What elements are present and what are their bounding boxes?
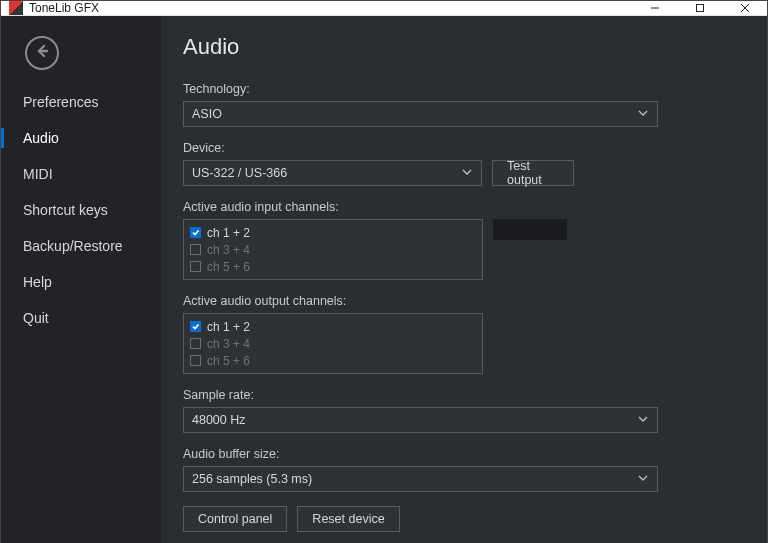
device-select[interactable]: US-322 / US-366 xyxy=(183,160,482,186)
output-channels-group: Active audio output channels: ch 1 + 2 c… xyxy=(183,294,737,374)
chevron-down-icon xyxy=(637,413,649,428)
sidebar-item-label: MIDI xyxy=(23,166,53,182)
device-row-group: Device: US-322 / US-366 Test output xyxy=(183,141,737,186)
sidebar-nav: Preferences Audio MIDI Shortcut keys Bac… xyxy=(1,84,161,336)
checkbox-unchecked-icon xyxy=(190,355,201,366)
sidebar-item-label: Preferences xyxy=(23,94,98,110)
buffer-size-row: Audio buffer size: 256 samples (5.3 ms) xyxy=(183,447,737,492)
input-channel-label: ch 3 + 4 xyxy=(207,243,250,257)
window-controls xyxy=(632,1,767,15)
device-value: US-322 / US-366 xyxy=(192,166,287,180)
checkbox-unchecked-icon xyxy=(190,338,201,349)
input-channel-item[interactable]: ch 1 + 2 xyxy=(184,224,482,241)
sidebar-item-backup-restore[interactable]: Backup/Restore xyxy=(1,228,161,264)
chevron-down-icon xyxy=(637,107,649,122)
sidebar-item-preferences[interactable]: Preferences xyxy=(1,84,161,120)
input-channels-group: Active audio input channels: ch 1 + 2 ch… xyxy=(183,200,737,280)
sidebar-item-shortcut-keys[interactable]: Shortcut keys xyxy=(1,192,161,228)
test-output-button[interactable]: Test output xyxy=(492,160,574,186)
buffer-size-label: Audio buffer size: xyxy=(183,447,737,461)
control-panel-label: Control panel xyxy=(198,512,272,526)
sample-rate-row: Sample rate: 48000 Hz xyxy=(183,388,737,433)
input-channel-item[interactable]: ch 3 + 4 xyxy=(184,241,482,258)
output-channel-label: ch 1 + 2 xyxy=(207,320,250,334)
sidebar: Preferences Audio MIDI Shortcut keys Bac… xyxy=(1,16,161,543)
main-content: Audio Technology: ASIO Device: US-322 / … xyxy=(161,16,767,543)
page-title: Audio xyxy=(183,34,737,60)
output-channel-item[interactable]: ch 5 + 6 xyxy=(184,352,482,369)
input-channel-label: ch 5 + 6 xyxy=(207,260,250,274)
back-arrow-icon xyxy=(34,43,50,63)
chevron-down-icon xyxy=(461,166,473,181)
sidebar-item-help[interactable]: Help xyxy=(1,264,161,300)
titlebar: ToneLib GFX xyxy=(1,1,767,16)
sidebar-item-midi[interactable]: MIDI xyxy=(1,156,161,192)
action-buttons-row: Control panel Reset device xyxy=(183,506,737,532)
checkbox-checked-icon xyxy=(190,321,201,332)
maximize-button[interactable] xyxy=(677,1,722,15)
output-channels-listbox: ch 1 + 2 ch 3 + 4 ch 5 + 6 xyxy=(183,313,483,374)
technology-label: Technology: xyxy=(183,82,737,96)
sidebar-item-label: Shortcut keys xyxy=(23,202,108,218)
output-channel-item[interactable]: ch 3 + 4 xyxy=(184,335,482,352)
input-channel-item[interactable]: ch 5 + 6 xyxy=(184,258,482,275)
sidebar-item-label: Backup/Restore xyxy=(23,238,123,254)
sample-rate-label: Sample rate: xyxy=(183,388,737,402)
input-channels-label: Active audio input channels: xyxy=(183,200,737,214)
app-window: ToneLib GFX Preferences Audio xyxy=(0,0,768,543)
sidebar-item-quit[interactable]: Quit xyxy=(1,300,161,336)
checkbox-unchecked-icon xyxy=(190,261,201,272)
svg-rect-1 xyxy=(696,5,703,12)
input-channels-listbox: ch 1 + 2 ch 3 + 4 ch 5 + 6 xyxy=(183,219,483,280)
close-button[interactable] xyxy=(722,1,767,15)
minimize-button[interactable] xyxy=(632,1,677,15)
technology-row: Technology: ASIO xyxy=(183,82,737,127)
input-level-indicator xyxy=(493,219,567,240)
input-channel-label: ch 1 + 2 xyxy=(207,226,250,240)
sidebar-item-label: Audio xyxy=(23,130,59,146)
window-title: ToneLib GFX xyxy=(29,1,632,15)
sample-rate-value: 48000 Hz xyxy=(192,413,246,427)
output-channel-item[interactable]: ch 1 + 2 xyxy=(184,318,482,335)
sidebar-item-audio[interactable]: Audio xyxy=(1,120,161,156)
checkbox-unchecked-icon xyxy=(190,244,201,255)
chevron-down-icon xyxy=(637,472,649,487)
technology-value: ASIO xyxy=(192,107,222,121)
sidebar-item-label: Quit xyxy=(23,310,49,326)
output-channels-label: Active audio output channels: xyxy=(183,294,737,308)
buffer-size-select[interactable]: 256 samples (5.3 ms) xyxy=(183,466,658,492)
sidebar-item-label: Help xyxy=(23,274,52,290)
device-label: Device: xyxy=(183,141,737,155)
output-channel-label: ch 3 + 4 xyxy=(207,337,250,351)
reset-device-label: Reset device xyxy=(312,512,384,526)
test-output-label: Test output xyxy=(507,159,559,187)
output-channel-label: ch 5 + 6 xyxy=(207,354,250,368)
control-panel-button[interactable]: Control panel xyxy=(183,506,287,532)
app-body: Preferences Audio MIDI Shortcut keys Bac… xyxy=(1,16,767,543)
reset-device-button[interactable]: Reset device xyxy=(297,506,399,532)
checkbox-checked-icon xyxy=(190,227,201,238)
technology-select[interactable]: ASIO xyxy=(183,101,658,127)
sample-rate-select[interactable]: 48000 Hz xyxy=(183,407,658,433)
app-icon xyxy=(9,1,23,15)
back-button[interactable] xyxy=(25,36,59,70)
buffer-size-value: 256 samples (5.3 ms) xyxy=(192,472,312,486)
